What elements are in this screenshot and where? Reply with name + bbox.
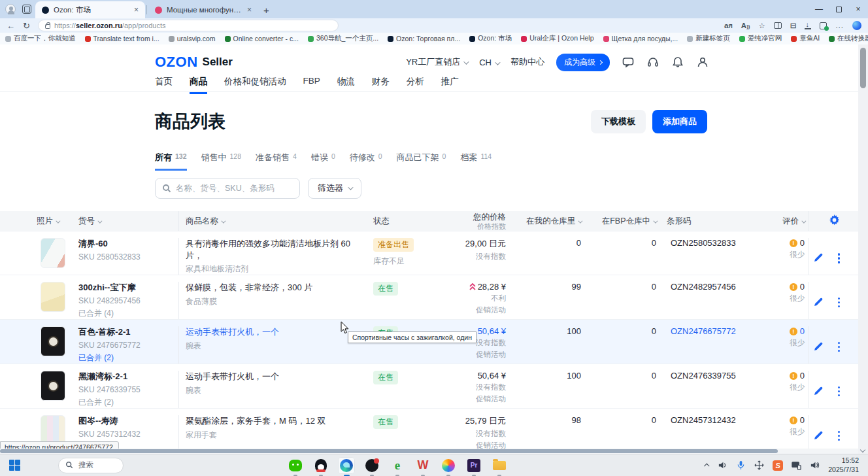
nav-item-2[interactable]: 价格和促销活动 xyxy=(224,76,286,94)
filter-tab[interactable]: 销售中 128 xyxy=(201,152,242,171)
product-photo[interactable] xyxy=(41,326,65,356)
microphone-icon[interactable] xyxy=(736,460,746,470)
kebab-menu-icon[interactable] xyxy=(838,253,841,264)
col-fbp[interactable]: 在FBP仓库中 xyxy=(585,216,660,227)
media-player-icon[interactable] xyxy=(363,457,380,474)
profile-icon[interactable] xyxy=(696,56,709,69)
product-name[interactable]: 运动手表带打火机，一个 xyxy=(186,326,365,338)
wps-icon[interactable]: W xyxy=(414,457,431,474)
table-row[interactable]: 黑濑湾标-2-1 SKU 2476339755 已合并 (2) 运动手表带打火机… xyxy=(0,364,858,408)
browser-profile-icon[interactable] xyxy=(5,4,16,14)
bookmark-item[interactable]: Online converter - c... xyxy=(225,35,299,42)
chat-icon[interactable] xyxy=(622,56,635,69)
bookmark-item[interactable]: 爱纯净官网 xyxy=(739,34,782,43)
table-settings-gear-icon[interactable] xyxy=(829,214,840,228)
bookmark-item[interactable]: uralsvip.com xyxy=(169,35,216,42)
tab-groups-icon[interactable] xyxy=(22,5,31,14)
nav-item-1[interactable]: 商品 xyxy=(190,76,207,94)
firefox-icon[interactable] xyxy=(440,457,457,474)
bookmark-item[interactable]: Translate text from i... xyxy=(85,35,159,42)
back-icon[interactable]: ← xyxy=(7,21,15,31)
tray-expand-icon[interactable] xyxy=(704,463,709,468)
bookmark-item[interactable]: Ozon: Торговая пл... xyxy=(388,35,460,42)
rating[interactable]: !0 xyxy=(759,282,805,292)
product-photo[interactable] xyxy=(41,238,65,268)
bookmark-item[interactable]: Щетка для посуды,... xyxy=(603,35,678,42)
edit-pencil-icon[interactable] xyxy=(814,341,824,353)
language-selector[interactable]: CH xyxy=(479,58,499,67)
maximize-button[interactable] xyxy=(829,0,848,18)
sogou-input-icon[interactable]: S xyxy=(773,460,783,471)
product-name[interactable]: 聚氨酯涂层，家务手套，M 码，12 双 xyxy=(186,415,365,427)
bookmark-item[interactable]: 360导航_一个主页... xyxy=(308,34,378,43)
vertical-scrollbar-thumb[interactable] xyxy=(860,48,866,88)
qq-icon[interactable] xyxy=(312,457,329,474)
bookmark-item[interactable]: 新建标签页 xyxy=(687,34,730,43)
new-tab-button[interactable]: + xyxy=(263,5,269,16)
taskbar-search[interactable]: 搜索 xyxy=(58,458,124,473)
premiere-icon[interactable]: Pr xyxy=(465,457,482,474)
close-button[interactable]: × xyxy=(848,0,868,18)
col-photo[interactable]: 照片 xyxy=(29,216,75,227)
product-name[interactable]: 具有消毒作用的强效多功能清洁地板片剂 60 片， xyxy=(186,238,365,261)
browser-tab[interactable]: Мощные многофункциональнь × xyxy=(148,1,258,18)
table-row[interactable]: 图岑--寿涛 SKU 2457312432 已合并 (3) 聚氨酯涂层，家务手套… xyxy=(0,408,858,452)
collections-icon[interactable]: ⊟ xyxy=(790,21,797,30)
read-aloud-icon[interactable]: A)) xyxy=(741,22,750,29)
wechat-icon[interactable] xyxy=(287,457,304,474)
kebab-menu-icon[interactable] xyxy=(838,298,841,308)
help-center-link[interactable]: 帮助中心 xyxy=(510,56,544,68)
rating[interactable]: !0 xyxy=(759,415,805,425)
merged-link[interactable]: 已合并 (2) xyxy=(78,397,175,408)
headset-icon[interactable] xyxy=(646,56,659,69)
filter-tab[interactable]: 档案 114 xyxy=(460,152,492,171)
product-name[interactable]: 运动手表带打火机，一个 xyxy=(186,371,365,382)
nav-item-4[interactable]: 物流 xyxy=(337,76,355,94)
nav-item-7[interactable]: 推广 xyxy=(441,76,459,94)
volume-icon[interactable] xyxy=(718,460,727,470)
table-row[interactable]: 300zhi--宝下摩 SKU 2482957456 已合并 (4) 保鲜膜，包… xyxy=(0,275,858,319)
tab-close-icon[interactable]: × xyxy=(133,5,140,14)
rating[interactable]: !0 xyxy=(759,371,805,381)
ie-icon[interactable]: e xyxy=(389,457,406,474)
file-explorer-icon[interactable] xyxy=(491,457,508,474)
filter-tab[interactable]: 所有 132 xyxy=(155,152,187,171)
favorite-star-icon[interactable]: ☆ xyxy=(758,21,765,30)
edit-pencil-icon[interactable] xyxy=(814,430,824,442)
bell-icon[interactable] xyxy=(671,56,684,69)
cast-device-icon[interactable] xyxy=(792,460,801,470)
nav-item-5[interactable]: 财务 xyxy=(372,76,390,94)
product-search[interactable] xyxy=(155,178,300,199)
product-photo[interactable] xyxy=(41,282,65,312)
rating[interactable]: !0 xyxy=(759,238,805,248)
bookmark-item[interactable]: Ozon: 市场 xyxy=(469,34,512,43)
bookmark-item[interactable]: 章鱼AI xyxy=(791,34,820,43)
col-name[interactable]: 商品名称 xyxy=(178,211,369,231)
refresh-icon[interactable]: ↻ xyxy=(23,21,30,31)
nav-item-6[interactable]: 分析 xyxy=(407,76,424,94)
edit-pencil-icon[interactable] xyxy=(814,386,824,398)
bookmark-item[interactable]: 百度一下，你就知道 xyxy=(5,34,76,43)
edit-pencil-icon[interactable] xyxy=(814,297,824,309)
filter-tab[interactable]: 商品已下架 0 xyxy=(397,152,446,171)
kebab-menu-icon[interactable] xyxy=(838,386,841,397)
horizontal-scrollbar[interactable] xyxy=(0,449,858,454)
address-bar[interactable]: https://seller.ozon.ru/app/products xyxy=(38,20,339,31)
search-input[interactable] xyxy=(176,184,293,193)
merged-link[interactable]: 已合并 (4) xyxy=(78,308,175,319)
more-menu-icon[interactable]: ... xyxy=(835,22,844,29)
filter-tab[interactable]: 错误 0 xyxy=(311,152,335,171)
browser-tab[interactable]: Ozon: 市场 × xyxy=(35,1,145,18)
vertical-scrollbar[interactable] xyxy=(858,44,868,454)
table-row[interactable]: 清界-60 SKU 2580532833 具有消毒作用的强效多功能清洁地板片剂 … xyxy=(0,231,858,275)
store-selector[interactable]: YR工厂直销店 xyxy=(406,56,467,68)
scroll-down-arrow-icon[interactable] xyxy=(860,447,865,452)
tab-close-icon[interactable]: × xyxy=(246,5,253,14)
barcode[interactable]: OZN2476675772 xyxy=(664,326,736,336)
col-sku[interactable]: 货号 xyxy=(75,216,178,227)
start-button[interactable] xyxy=(9,460,20,471)
bookmark-item[interactable]: 在线转换器 - 免费... xyxy=(829,34,868,43)
copilot-icon[interactable] xyxy=(852,21,861,30)
premium-button[interactable]: 成为高级 xyxy=(556,54,610,71)
nav-item-0[interactable]: 首页 xyxy=(155,76,173,94)
